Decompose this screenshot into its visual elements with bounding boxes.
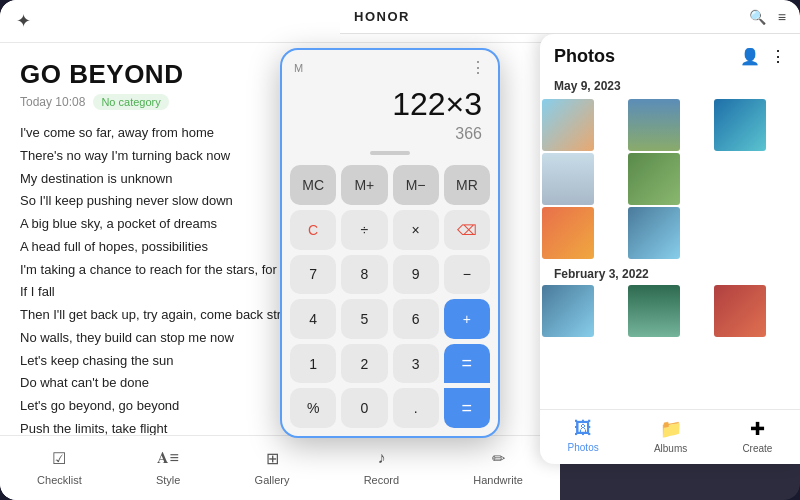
handwrite-label: Handwrite (473, 474, 523, 486)
calc-row-ops: C ÷ × ⌫ (290, 210, 490, 250)
photos-nav-photos[interactable]: 🖼 Photos (568, 418, 599, 454)
collapse-icon[interactable]: ✦ (16, 10, 31, 32)
photos-date2: February 3, 2022 (540, 259, 800, 285)
calc-dot[interactable]: . (393, 388, 439, 428)
bottom-bar-gallery[interactable]: ⊞ Gallery (255, 446, 290, 486)
calc-display: 122×3 366 (282, 81, 498, 151)
photos-header-icons: 👤 ⋮ (740, 47, 786, 66)
calc-result: 366 (298, 125, 482, 143)
calc-m-label: M (294, 62, 303, 74)
notes-date: Today 10:08 (20, 95, 85, 109)
photos-nav-create-icon: ✚ (750, 418, 765, 440)
bottom-bar-style[interactable]: 𝐀≡ Style (156, 446, 180, 486)
calc-row-123: 1 2 3 = (290, 344, 490, 384)
photos-title: Photos (554, 46, 615, 67)
honor-icons: 🔍 ≡ (749, 9, 786, 25)
calc-equals-top[interactable]: = (444, 344, 490, 384)
photos-date1: May 9, 2023 (540, 75, 800, 99)
photos-grid-1 (540, 99, 800, 259)
calc-row-456: 4 5 6 + (290, 299, 490, 339)
calc-8[interactable]: 8 (341, 255, 387, 295)
calc-mminus[interactable]: M− (393, 165, 439, 205)
photo-4[interactable] (542, 153, 594, 205)
calc-expression: 122×3 (298, 85, 482, 123)
photos-nav-albums[interactable]: 📁 Albums (654, 418, 687, 454)
calc-9[interactable]: 9 (393, 255, 439, 295)
tablet-frame: ✦ ↩ ↪ ✓ GO BEYOND Today 10:08 No categor… (0, 0, 800, 500)
photos-more-icon[interactable]: ⋮ (770, 47, 786, 66)
notes-bottom-bar: ☑ Checklist 𝐀≡ Style ⊞ Gallery ♪ Record … (0, 435, 560, 500)
calc-5[interactable]: 5 (341, 299, 387, 339)
photo-7[interactable] (628, 207, 680, 259)
calc-divide[interactable]: ÷ (341, 210, 387, 250)
calc-percent[interactable]: % (290, 388, 336, 428)
calc-menu-icon[interactable]: ⋮ (470, 58, 486, 77)
calc-7[interactable]: 7 (290, 255, 336, 295)
honor-search-icon[interactable]: 🔍 (749, 9, 766, 25)
photos-nav-create[interactable]: ✚ Create (742, 418, 772, 454)
calc-row-0: % 0 . = (290, 388, 490, 428)
calc-6[interactable]: 6 (393, 299, 439, 339)
style-label: Style (156, 474, 180, 486)
gallery-icon: ⊞ (260, 446, 284, 470)
photos-nav-albums-label: Albums (654, 443, 687, 454)
bottom-bar-checklist[interactable]: ☑ Checklist (37, 446, 82, 486)
photos-nav-create-label: Create (742, 443, 772, 454)
calc-mc[interactable]: MC (290, 165, 336, 205)
calc-multiply[interactable]: × (393, 210, 439, 250)
calc-mr[interactable]: MR (444, 165, 490, 205)
calc-row-memory: MC M+ M− MR (290, 165, 490, 205)
photos-app: Photos 👤 ⋮ May 9, 2023 February 3, 2022 … (540, 34, 800, 464)
handwrite-icon: ✏ (486, 446, 510, 470)
photo-5[interactable] (628, 153, 680, 205)
photo-10[interactable] (714, 285, 766, 337)
honor-bar: HONOR 🔍 ≡ (340, 0, 800, 34)
photos-header: Photos 👤 ⋮ (540, 34, 800, 75)
photo-3[interactable] (714, 99, 766, 151)
checklist-label: Checklist (37, 474, 82, 486)
photo-9[interactable] (628, 285, 680, 337)
photos-nav-photos-icon: 🖼 (574, 418, 592, 439)
gallery-label: Gallery (255, 474, 290, 486)
calc-backspace[interactable]: ⌫ (444, 210, 490, 250)
photo-8[interactable] (542, 285, 594, 337)
honor-menu-icon[interactable]: ≡ (778, 9, 786, 25)
photo-2[interactable] (628, 99, 680, 151)
calc-4[interactable]: 4 (290, 299, 336, 339)
calc-subtract[interactable]: − (444, 255, 490, 295)
bottom-bar-handwrite[interactable]: ✏ Handwrite (473, 446, 523, 486)
honor-logo: HONOR (354, 9, 410, 24)
photos-nav-albums-icon: 📁 (660, 418, 682, 440)
calc-3[interactable]: 3 (393, 344, 439, 384)
calc-buttons: MC M+ M− MR C ÷ × ⌫ 7 8 9 − 4 5 (282, 161, 498, 436)
calculator-app: M ⋮ 122×3 366 MC M+ M− MR C ÷ × ⌫ (280, 48, 500, 438)
photos-person-icon[interactable]: 👤 (740, 47, 760, 66)
calc-equals-bottom[interactable]: = (444, 388, 490, 428)
photos-grid-2 (540, 285, 800, 337)
notes-category: No category (93, 94, 168, 110)
photo-1[interactable] (542, 99, 594, 151)
checklist-icon: ☑ (47, 446, 71, 470)
photo-6[interactable] (542, 207, 594, 259)
calc-1[interactable]: 1 (290, 344, 336, 384)
photos-bottom-nav: 🖼 Photos 📁 Albums ✚ Create (540, 409, 800, 464)
record-icon: ♪ (369, 446, 393, 470)
calc-drag-bar[interactable] (370, 151, 410, 155)
record-label: Record (364, 474, 399, 486)
photos-nav-photos-label: Photos (568, 442, 599, 453)
calc-header: M ⋮ (282, 50, 498, 81)
style-icon: 𝐀≡ (156, 446, 180, 470)
calc-mplus[interactable]: M+ (341, 165, 387, 205)
calc-add[interactable]: + (444, 299, 490, 339)
calc-0[interactable]: 0 (341, 388, 387, 428)
calc-clear[interactable]: C (290, 210, 336, 250)
calc-2[interactable]: 2 (341, 344, 387, 384)
bottom-bar-record[interactable]: ♪ Record (364, 446, 399, 486)
calc-row-789: 7 8 9 − (290, 255, 490, 295)
